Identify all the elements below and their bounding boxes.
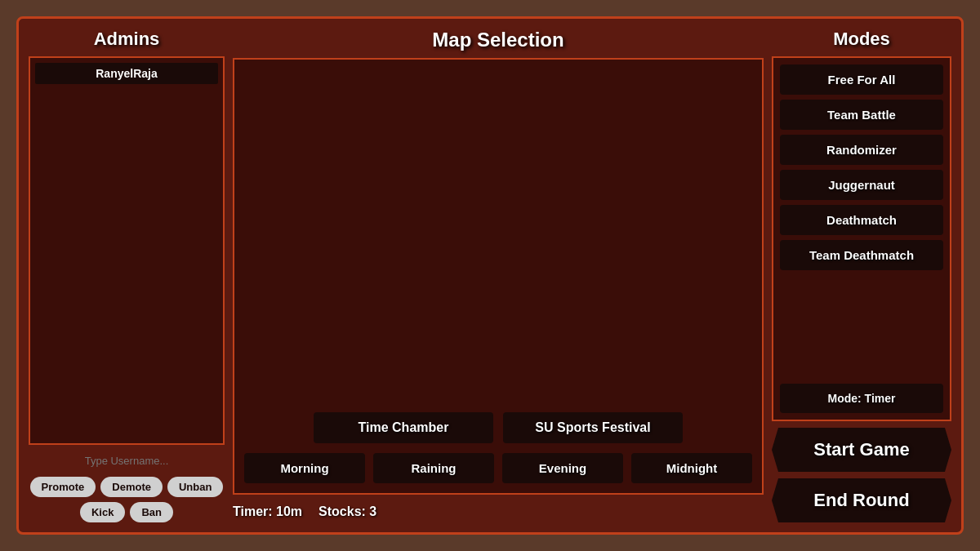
mode-timer-button[interactable]: Mode: Timer: [780, 384, 943, 413]
juggernaut-button[interactable]: Juggernaut: [780, 170, 943, 200]
raining-button[interactable]: Raining: [373, 453, 494, 483]
modes-box: Free For All Team Battle Randomizer Jugg…: [772, 56, 951, 421]
midnight-button[interactable]: Midnight: [631, 453, 752, 483]
admin-item: RanyelRaja: [35, 63, 218, 84]
team-deathmatch-button[interactable]: Team Deathmatch: [780, 240, 943, 270]
admins-box: RanyelRaja: [29, 56, 225, 445]
right-panel: Modes Free For All Team Battle Randomize…: [772, 29, 951, 522]
promote-button[interactable]: Promote: [30, 477, 96, 497]
stocks-label: Stocks: 3: [318, 504, 376, 519]
main-container: Admins RanyelRaja Promote Demote Unban K…: [16, 16, 964, 535]
kick-button[interactable]: Kick: [80, 502, 125, 522]
admins-title: Admins: [29, 29, 225, 50]
timer-label: Timer: 10m: [233, 504, 302, 519]
end-round-button[interactable]: End Round: [772, 478, 951, 522]
bottom-stats: Timer: 10m Stocks: 3: [233, 501, 764, 522]
map-buttons-row: Time Chamber SU Sports Festival: [244, 412, 752, 443]
start-game-button[interactable]: Start Game: [772, 428, 951, 472]
randomizer-button[interactable]: Randomizer: [780, 135, 943, 165]
modes-title: Modes: [772, 29, 951, 50]
demote-button[interactable]: Demote: [100, 477, 163, 497]
ban-button[interactable]: Ban: [130, 502, 173, 522]
admin-buttons: Promote Demote Unban Kick Ban: [29, 477, 225, 522]
evening-button[interactable]: Evening: [502, 453, 623, 483]
left-panel: Admins RanyelRaja Promote Demote Unban K…: [29, 29, 225, 522]
username-input[interactable]: [29, 451, 225, 470]
time-buttons-row: Morning Raining Evening Midnight: [244, 453, 752, 483]
free-for-all-button[interactable]: Free For All: [780, 64, 943, 95]
map-selection-box: Time Chamber SU Sports Festival Morning …: [233, 58, 764, 495]
action-buttons: Start Game End Round: [772, 428, 951, 522]
su-sports-festival-button[interactable]: SU Sports Festival: [503, 412, 683, 443]
morning-button[interactable]: Morning: [244, 453, 365, 483]
center-panel: Map Selection Time Chamber SU Sports Fes…: [233, 29, 764, 522]
team-battle-button[interactable]: Team Battle: [780, 100, 943, 130]
unban-button[interactable]: Unban: [167, 477, 223, 497]
deathmatch-button[interactable]: Deathmatch: [780, 205, 943, 235]
map-selection-title: Map Selection: [233, 29, 764, 51]
time-chamber-button[interactable]: Time Chamber: [314, 412, 493, 443]
